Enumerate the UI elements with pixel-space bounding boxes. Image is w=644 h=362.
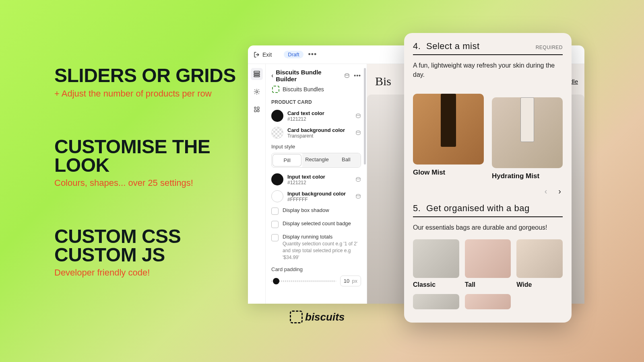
headline-2: CUSTOMISE THE LOOK [54,138,248,174]
seg-pill[interactable]: Pill [272,154,301,167]
checkbox-icon [271,208,279,215]
step-title: 4. Select a mist [413,41,480,52]
svg-rect-0 [254,71,260,73]
marketing-block-2: CUSTOMISE THE LOOK Colours, shapes... ov… [54,138,248,189]
checkbox-icon [271,234,279,241]
step-number: 5. [413,203,421,213]
svg-rect-1 [254,74,260,75]
product-card-extra-bag[interactable] [413,294,459,313]
step-5-header: 5. Get organised with a bag [413,203,563,217]
slider-pager: ‹ › [413,187,561,196]
product-image [516,239,563,278]
product-card-classic-bag[interactable]: Classic [413,239,459,288]
exit-label: Exit [262,51,272,58]
brand-name: biscuits [305,311,345,323]
check-sublabel: Quantity selection count e.g '1 of 2' an… [283,241,361,261]
product-card-hydrating-mist[interactable]: Hydrating Mist [492,86,563,180]
product-card-wide-bag[interactable]: Wide [516,239,563,288]
gear-icon [253,88,260,95]
product-card-extra-bag[interactable] [465,294,511,313]
dynamic-source-icon[interactable] [355,193,361,199]
step-4-description: A fun, lightweight way refresh your skin… [413,61,563,79]
color-swatch-icon [271,190,283,202]
product-name: Wide [516,281,563,288]
product-image [413,294,459,309]
check-box-shadow[interactable]: Display box shadow [271,207,361,215]
breadcrumb[interactable]: Biscuits Bundles [272,86,361,93]
check-label: Display running totals [283,234,361,240]
back-chevron-icon[interactable]: ‹ [271,72,273,79]
exit-button[interactable]: Exit [254,51,272,58]
product-name: Glow Mist [413,169,484,177]
section-label: PRODUCT CARD [271,99,361,105]
check-count-badge[interactable]: Display selected count badge [271,220,361,228]
input-style-segmented: Pill Rectangle Ball [271,153,361,168]
color-label: Input background color [287,191,351,197]
data-source-icon[interactable] [344,73,350,78]
color-label: Input text color [287,174,351,180]
rail-settings-button[interactable] [251,86,263,98]
sections-icon [253,70,260,78]
svg-point-11 [356,177,360,179]
product-image [413,94,484,165]
svg-point-7 [257,110,259,112]
check-running-totals[interactable]: Display running totals Quantity selectio… [271,234,361,261]
padding-label: Card padding [271,266,361,272]
check-label: Display selected count badge [283,220,351,226]
rail-sections-button[interactable] [251,68,263,80]
color-value: #121212 [287,180,351,185]
svg-rect-6 [254,110,256,112]
svg-point-9 [356,114,360,115]
exit-icon [254,51,260,58]
product-card-glow-mist[interactable]: Glow Mist [413,86,484,180]
check-label: Display box shadow [283,207,329,213]
color-value: #FFFFFF [287,197,351,202]
panel-scrollbar[interactable] [364,68,366,165]
panel-header[interactable]: ‹ Biscuits Bundle Builder ••• [271,69,361,82]
svg-point-12 [356,194,360,196]
slider-thumb-icon [273,278,279,284]
panel-title: Biscuits Bundle Builder [276,69,342,82]
input-text-color-row[interactable]: Input text color #121212 [271,173,361,185]
dynamic-source-icon[interactable] [355,130,361,136]
product-card-tall-bag[interactable]: Tall [465,239,511,288]
editor-rail [248,64,266,304]
bundle-preview-overlay: 4. Select a mist REQUIRED A fun, lightwe… [404,33,572,323]
biscuits-brand-footer: biscuits [290,311,345,323]
product-name: Tall [465,281,511,288]
panel-more-button[interactable]: ••• [354,72,361,79]
dynamic-source-icon[interactable] [355,113,361,119]
product-image [465,239,511,278]
svg-rect-2 [254,76,260,77]
next-chevron-icon[interactable]: › [558,187,561,196]
padding-input[interactable]: 10 px [340,276,361,286]
headline-3b: CUSTOM JS [54,246,248,264]
app-block-icon [272,86,279,93]
headline-1: SLIDERS OR GRIDS [54,66,248,85]
seg-ball[interactable]: Ball [332,153,361,167]
svg-rect-5 [257,107,259,109]
store-brand: Bis [375,74,391,88]
svg-point-8 [345,74,349,75]
padding-slider[interactable] [271,280,336,282]
product-name: Hydrating Mist [492,172,563,180]
color-value: #121212 [287,116,351,122]
breadcrumb-label: Biscuits Bundles [283,86,324,93]
prev-chevron-icon[interactable]: ‹ [545,187,547,196]
card-bg-color-row[interactable]: Card background color Transparent [271,127,361,139]
seg-rectangle[interactable]: Rectangle [302,153,331,167]
bag-product-grid: Classic Tall Wide [413,239,563,288]
subline-2: Colours, shapes... over 25 settings! [54,177,248,189]
product-image [492,97,563,168]
more-menu-button[interactable]: ••• [308,50,317,59]
marketing-block-1: SLIDERS OR GRIDS + Adjust the number of … [54,66,248,99]
input-bg-color-row[interactable]: Input background color #FFFFFF [271,190,361,202]
bag-product-grid-row2 [413,294,563,313]
padding-unit: px [352,278,357,284]
step-name: Get organised with a bag [426,203,530,213]
color-label: Card text color [287,110,351,116]
settings-side-panel: ‹ Biscuits Bundle Builder ••• Biscuits B… [266,64,367,304]
rail-apps-button[interactable] [251,103,263,115]
dynamic-source-icon[interactable] [355,177,361,182]
card-text-color-row[interactable]: Card text color #121212 [271,110,361,122]
